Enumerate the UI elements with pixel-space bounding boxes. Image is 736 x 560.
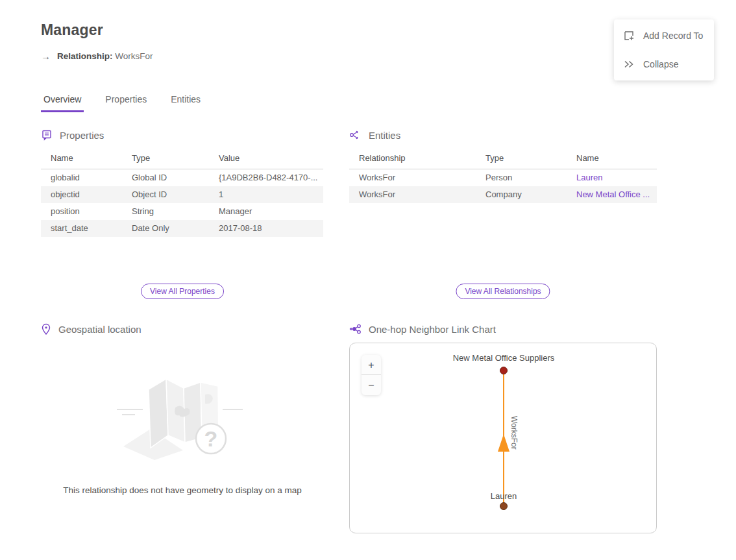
cell-name: position: [41, 203, 122, 220]
double-chevron-right-icon: [623, 58, 635, 70]
link-chart-section-title: One-hop Neighbor Link Chart: [369, 324, 496, 335]
cell-value: 2017-08-18: [209, 220, 323, 237]
menu-item-collapse[interactable]: Collapse: [623, 58, 705, 70]
entities-section-header: Entities: [349, 129, 400, 141]
cell-value: Manager: [209, 203, 323, 220]
table-row: globalid Global ID {1A9DB2B6-D482-4170-.…: [41, 169, 323, 186]
map-pin-icon: [41, 323, 51, 335]
menu-item-label: Add Record To: [643, 30, 703, 41]
tab-bar: Overview Properties Entities: [41, 92, 203, 112]
tab-properties[interactable]: Properties: [103, 92, 149, 112]
table-row: objectid Object ID 1: [41, 186, 323, 203]
cell-value: 1: [209, 186, 323, 203]
properties-table: Name Type Value globalid Global ID {1A9D…: [41, 149, 323, 237]
node-person[interactable]: [500, 502, 508, 510]
table-row: WorksFor Person Lauren: [349, 169, 657, 186]
geospatial-section-header: Geospatial location: [41, 323, 141, 335]
cell-type: Company: [476, 186, 567, 203]
edge-arrow-up: [498, 434, 509, 452]
column-header: Value: [209, 149, 323, 169]
tab-overview[interactable]: Overview: [41, 92, 84, 112]
view-all-relationships-button[interactable]: View All Relationships: [456, 284, 550, 299]
context-menu: Add Record To Collapse: [614, 19, 714, 80]
node-label-company: New Metal Office Suppliers: [453, 353, 555, 363]
properties-section-header: Properties: [41, 129, 104, 141]
cell-value: {1A9DB2B6-D482-4170-...: [209, 169, 323, 186]
properties-section-title: Properties: [60, 130, 104, 141]
zoom-out-button[interactable]: −: [362, 375, 381, 395]
zoom-control: + −: [362, 355, 381, 395]
table-row: start_date Date Only 2017-08-18: [41, 220, 323, 237]
subtitle-value: WorksFor: [115, 51, 153, 61]
entity-link[interactable]: New Metal Office ...: [567, 186, 657, 203]
cell-type: String: [122, 203, 209, 220]
svg-text:?: ?: [204, 426, 218, 451]
cell-type: Date Only: [122, 220, 209, 237]
link-chart-icon: [349, 323, 362, 335]
column-header: Name: [41, 149, 122, 169]
menu-item-add-record-to[interactable]: Add Record To: [623, 30, 705, 42]
column-header: Type: [476, 149, 567, 169]
properties-icon: [41, 129, 53, 141]
link-chart-canvas[interactable]: + − New Metal Office Suppliers WorksFor …: [349, 343, 657, 533]
cell-relationship: WorksFor: [349, 169, 476, 186]
map-placeholder-illustration: ?: [104, 369, 260, 463]
page-title: Manager: [41, 21, 103, 39]
table-row: position String Manager: [41, 203, 323, 220]
add-record-icon: [623, 30, 635, 42]
subtitle-label: Relationship:: [57, 51, 113, 61]
cell-name: start_date: [41, 220, 122, 237]
menu-item-label: Collapse: [643, 59, 678, 69]
cell-name: objectid: [41, 186, 122, 203]
relationship-arrow-icon: →: [41, 51, 51, 62]
link-chart-section-header: One-hop Neighbor Link Chart: [349, 323, 496, 335]
entities-icon: [349, 129, 362, 141]
node-company[interactable]: [500, 367, 508, 374]
tab-entities[interactable]: Entities: [168, 92, 203, 112]
cell-name: globalid: [41, 169, 122, 186]
cell-type: Object ID: [122, 186, 209, 203]
geospatial-section-title: Geospatial location: [58, 324, 141, 335]
entities-table: Relationship Type Name WorksFor Person L…: [349, 149, 657, 203]
view-all-properties-button[interactable]: View All Properties: [141, 284, 224, 299]
entity-link[interactable]: Lauren: [567, 169, 657, 186]
column-header: Name: [567, 149, 657, 169]
entities-section-title: Entities: [369, 130, 400, 141]
column-header: Relationship: [349, 149, 476, 169]
cell-relationship: WorksFor: [349, 186, 476, 203]
table-row: WorksFor Company New Metal Office ...: [349, 186, 657, 203]
cell-type: Person: [476, 169, 567, 186]
edge-label: WorksFor: [509, 416, 519, 450]
cell-type: Global ID: [122, 169, 209, 186]
no-geometry-message: This relationship does not have geometry…: [63, 485, 302, 495]
column-header: Type: [122, 149, 209, 169]
breadcrumb: → Relationship: WorksFor: [41, 51, 153, 62]
zoom-in-button[interactable]: +: [362, 355, 381, 375]
node-label-person: Lauren: [491, 491, 517, 501]
